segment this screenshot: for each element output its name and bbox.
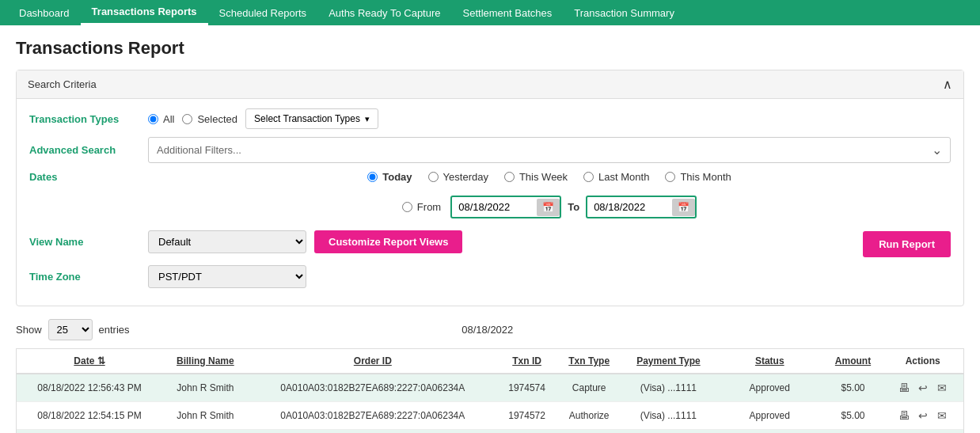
table-header-row: Date ⇅ Billing Name Order ID Txn ID Txn … — [17, 349, 963, 374]
col-txn-type[interactable]: Txn Type — [556, 349, 621, 374]
cell-amount: $5.00 — [824, 430, 883, 434]
dates-label: Dates — [29, 171, 148, 183]
advanced-search-label: Advanced Search — [29, 144, 148, 156]
col-order-id[interactable]: Order ID — [249, 349, 497, 374]
additional-filters-dropdown[interactable]: Additional Filters... ⌄ — [148, 137, 951, 163]
col-billing-name[interactable]: Billing Name — [162, 349, 249, 374]
cell-actions: 🖶 ↩ ✉ — [882, 402, 963, 430]
view-name-select[interactable]: Default — [148, 230, 306, 253]
date-thismonth-radio[interactable]: This Month — [665, 171, 731, 183]
date-today-label: Today — [382, 171, 412, 183]
txn-type-selected-radio[interactable]: Selected — [182, 113, 237, 125]
from-calendar-button[interactable]: 📅 — [537, 199, 560, 216]
cell-txn-type: Capture — [556, 374, 621, 402]
transactions-table-wrapper: Date ⇅ Billing Name Order ID Txn ID Txn … — [16, 348, 964, 433]
cell-billing-name: John R Smith — [162, 374, 249, 402]
print-icon[interactable]: 🖶 — [896, 408, 912, 424]
date-thismonth-input[interactable] — [665, 172, 675, 182]
undo-icon[interactable]: ↩ — [915, 408, 931, 424]
date-thisweek-label: This Week — [519, 171, 568, 183]
date-today-input[interactable] — [367, 172, 378, 182]
txn-type-all-radio[interactable]: All — [148, 113, 174, 125]
col-payment-type[interactable]: Payment Type — [621, 349, 716, 374]
date-thisweek-radio[interactable]: This Week — [504, 171, 568, 183]
to-calendar-button[interactable]: 📅 — [672, 199, 695, 216]
table-row[interactable]: 08/18/2022 12:54:15 PM John R Smith 0A01… — [17, 402, 963, 430]
nav-item-dashboard[interactable]: Dashboard — [8, 0, 81, 25]
nav-bar: Dashboard Transactions Reports Scheduled… — [0, 0, 980, 25]
table-row[interactable]: 08/18/2022 12:43:42 PM John Smith 333333… — [17, 430, 963, 434]
date-from-to-row: From 📅 To 📅 — [402, 196, 697, 218]
col-amount[interactable]: Amount — [824, 349, 883, 374]
transactions-table: Date ⇅ Billing Name Order ID Txn ID Txn … — [17, 349, 963, 433]
txn-type-selected-label: Selected — [197, 113, 237, 125]
nav-item-settlement-batches[interactable]: Settlement Batches — [452, 0, 564, 25]
to-label: To — [568, 201, 579, 213]
date-thisweek-input[interactable] — [504, 172, 515, 182]
show-entries-row: Show 25 10 50 100 entries 08/18/2022 — [16, 319, 964, 340]
col-actions: Actions — [882, 349, 963, 374]
from-date-wrap: 📅 — [450, 196, 561, 218]
date-from-input[interactable] — [402, 202, 412, 212]
dates-content: Today Yesterday This Week Last Mont — [148, 171, 951, 218]
additional-filters-text: Additional Filters... — [157, 144, 241, 156]
search-criteria-header[interactable]: Search Criteria ∧ — [17, 70, 963, 99]
show-left: Show 25 10 50 100 entries — [16, 319, 130, 340]
time-zone-content: PST/PDT — [148, 265, 951, 288]
email-icon[interactable]: ✉ — [934, 380, 950, 396]
from-label: From — [417, 201, 441, 213]
cell-txn-id: 1974572 — [497, 402, 556, 430]
table-row[interactable]: 08/18/2022 12:56:43 PM John R Smith 0A01… — [17, 374, 963, 402]
date-yesterday-radio[interactable]: Yesterday — [428, 171, 488, 183]
email-icon[interactable]: ✉ — [934, 408, 950, 424]
date-yesterday-input[interactable] — [428, 172, 439, 182]
cell-txn-type: Authorize — [556, 402, 621, 430]
cell-status: Approved 123456 — [716, 430, 824, 434]
cell-order-id: 333333 — [249, 430, 497, 434]
page-title: Transactions Report — [16, 38, 964, 59]
col-txn-id[interactable]: Txn ID — [497, 349, 556, 374]
cell-txn-id: 1974574 — [497, 374, 556, 402]
date-today-radio[interactable]: Today — [367, 171, 412, 183]
txn-type-selected-input[interactable] — [182, 114, 192, 124]
cell-date: 08/18/2022 12:54:15 PM — [17, 402, 162, 430]
col-date[interactable]: Date ⇅ — [17, 349, 162, 374]
entries-per-page-select[interactable]: 25 10 50 100 — [48, 319, 93, 340]
txn-type-all-input[interactable] — [148, 114, 158, 124]
time-zone-select[interactable]: PST/PDT — [148, 265, 306, 288]
page-content: Transactions Report Search Criteria ∧ Tr… — [0, 25, 980, 433]
to-date-wrap: 📅 — [586, 196, 697, 218]
col-status[interactable]: Status — [716, 349, 824, 374]
cell-amount: $5.00 — [824, 402, 883, 430]
cell-payment-type: (Visa) ...1111 — [621, 430, 716, 434]
customize-report-views-button[interactable]: Customize Report Views — [314, 230, 462, 253]
run-report-button[interactable]: Run Report — [863, 231, 951, 257]
results-section: Show 25 10 50 100 entries 08/18/2022 Dat… — [16, 319, 964, 433]
nav-item-transactions-reports[interactable]: Transactions Reports — [81, 0, 208, 25]
search-criteria-label: Search Criteria — [28, 78, 97, 90]
print-icon[interactable]: 🖶 — [896, 380, 912, 396]
time-zone-row: Time Zone PST/PDT — [29, 265, 951, 288]
time-zone-label: Time Zone — [29, 271, 148, 283]
cell-order-id: 0A010A03:0182B27EA689:2227:0A06234A — [249, 402, 497, 430]
cell-billing-name: John Smith — [162, 430, 249, 434]
date-yesterday-label: Yesterday — [443, 171, 488, 183]
nav-item-scheduled-reports[interactable]: Scheduled Reports — [208, 0, 318, 25]
cell-amount: $5.00 — [824, 374, 883, 402]
view-name-row: View Name Default Customize Report Views… — [29, 226, 951, 257]
collapse-icon[interactable]: ∧ — [943, 77, 952, 92]
transaction-types-content: All Selected Select Transaction Types — [148, 108, 951, 129]
search-criteria-box: Search Criteria ∧ Transaction Types All … — [16, 70, 964, 306]
nav-item-auths-ready[interactable]: Auths Ready To Capture — [317, 0, 451, 25]
nav-item-transaction-summary[interactable]: Transaction Summary — [563, 0, 686, 25]
select-transaction-types-button[interactable]: Select Transaction Types — [245, 108, 378, 129]
advanced-search-row: Advanced Search Additional Filters... ⌄ — [29, 137, 951, 163]
date-lastmonth-radio[interactable]: Last Month — [583, 171, 649, 183]
results-date-display: 08/18/2022 — [462, 324, 513, 336]
undo-icon[interactable]: ↩ — [915, 380, 931, 396]
cell-txn-id: 1974569 — [497, 430, 556, 434]
cell-date: 08/18/2022 12:56:43 PM — [17, 374, 162, 402]
cell-status: Approved — [716, 402, 824, 430]
date-from-radio[interactable]: From — [402, 201, 441, 213]
date-lastmonth-input[interactable] — [583, 172, 594, 182]
